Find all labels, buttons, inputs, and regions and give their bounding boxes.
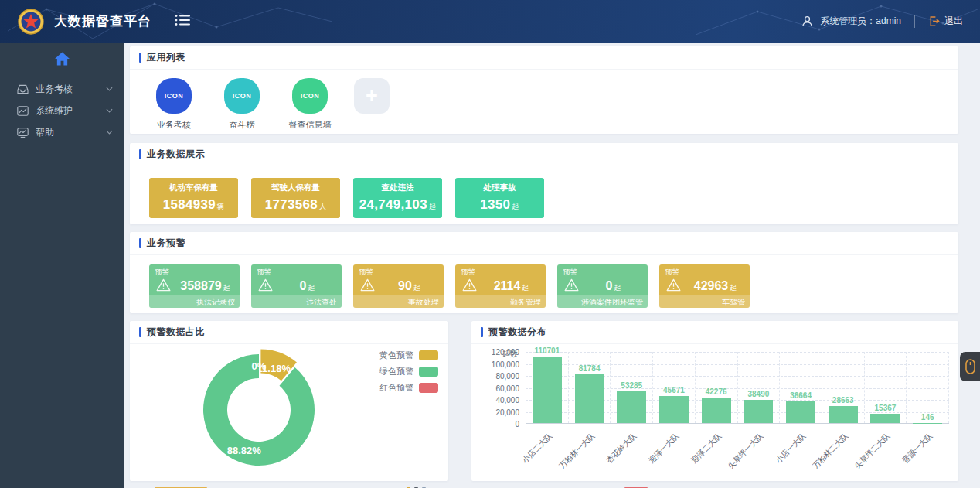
legend-swatch	[419, 383, 438, 393]
app-shortcut[interactable]: ICON业务考核	[150, 78, 198, 131]
stat-card: 处理事故1350起	[455, 178, 544, 218]
bar	[575, 374, 604, 423]
add-app-button[interactable]: +	[354, 78, 390, 114]
section-title: 业务数据展示	[147, 148, 205, 161]
stat-card-title: 查处违法	[353, 183, 442, 193]
warning-category-label: 违法查处	[251, 295, 342, 308]
warning-card: 预警90起事故处理	[353, 264, 444, 308]
business-warning-panel: 业务预警 预警358879起执法记录仪预警0起违法查处预警90起事故处理预警21…	[130, 232, 958, 313]
stat-card-unit: 起	[429, 203, 436, 210]
user-icon	[801, 15, 813, 27]
logout-button[interactable]: 退出	[928, 15, 963, 28]
header-divider	[914, 15, 915, 28]
warning-card-body: 42963起	[659, 277, 750, 295]
scroll-mouse-button[interactable]	[960, 352, 980, 381]
app-list-panel: 应用列表 ICON业务考核ICON奋斗榜ICON督查信息墙+	[130, 46, 958, 134]
warning-card-body: 0起	[251, 277, 342, 295]
warning-triangle-icon	[462, 278, 477, 295]
y-tick-label: 120,000	[475, 348, 519, 357]
warning-card-body: 2114起	[455, 277, 546, 295]
mouse-icon	[965, 359, 975, 374]
warning-distribution-panel: 预警数据分布 起数 120,000100,00080,00060,00040,0…	[471, 321, 958, 481]
section-header: 业务预警	[130, 232, 958, 255]
legend-item[interactable]: 绿色预警	[379, 366, 438, 377]
sidebar-item-system-maintenance[interactable]: 系统维护	[0, 100, 124, 121]
warning-card-body: 358879起	[149, 277, 240, 295]
bar	[702, 398, 731, 423]
section-header: 应用列表	[130, 46, 958, 70]
warning-count: 90起	[375, 279, 444, 293]
warning-count: 2114起	[477, 279, 546, 293]
warning-unit: 起	[522, 284, 529, 292]
bar-column: 28663万柏林二大队	[822, 352, 865, 423]
y-tick-label: 20,000	[475, 408, 519, 417]
sidebar-item-label: 业务考核	[36, 83, 106, 96]
legend-item[interactable]: 红色预警	[379, 382, 438, 394]
section-accent-bar	[139, 149, 141, 159]
warning-category-label: 勤务管理	[455, 295, 546, 308]
y-tick-label: 40,000	[475, 396, 519, 404]
sidebar-item-help[interactable]: 帮助	[0, 121, 124, 143]
warning-unit: 起	[223, 284, 230, 292]
sidebar-item-label: 系统维护	[36, 104, 106, 118]
bar-value-label: 81784	[579, 364, 601, 373]
app-shortcut[interactable]: ICON奋斗榜	[218, 78, 266, 131]
bar-value-label: 110701	[534, 346, 560, 355]
stat-card-unit: 起	[512, 203, 519, 210]
chart-line-icon	[17, 106, 29, 116]
app-icon: ICON	[292, 78, 328, 114]
main-content: 应用列表 ICON业务考核ICON奋斗榜ICON督查信息墙+ 业务数据展示 机动…	[124, 43, 980, 488]
page-title: 大数据督查平台	[54, 12, 151, 30]
bar	[829, 406, 858, 423]
bar-column: 45671迎泽一大队	[653, 352, 696, 423]
bar-value-label: 53285	[621, 381, 642, 390]
stat-card: 驾驶人保有量1773568人	[251, 178, 340, 218]
legend-label: 绿色预警	[379, 366, 413, 377]
bar	[913, 423, 942, 424]
app-icon: ICON	[156, 78, 192, 114]
bar-value-label: 42276	[706, 387, 727, 396]
bar	[659, 396, 689, 423]
y-tick-label: 100,000	[475, 360, 519, 369]
stat-card-value: 1773568人	[251, 197, 340, 213]
warning-triangle-icon	[156, 278, 171, 295]
legend-label: 红色预警	[379, 382, 413, 394]
warning-cards: 预警358879起执法记录仪预警0起违法查处预警90起事故处理预警2114起勤务…	[130, 255, 958, 308]
warning-category-label: 执法记录仪	[149, 295, 240, 308]
warning-unit: 起	[413, 284, 420, 292]
warning-proportion-panel: 预警数据占比 黄色预警绿色预警红色预警 11.18%88.82%0%	[130, 321, 448, 481]
sidebar-nav: 业务考核 系统维护	[0, 78, 124, 143]
home-button[interactable]	[0, 43, 124, 69]
warning-count: 42963起	[681, 279, 750, 293]
bar-column: 146晋源一大队	[907, 352, 949, 423]
bar	[870, 414, 900, 423]
sidebar-item-business-assessment[interactable]: 业务考核	[0, 78, 124, 100]
section-accent-bar	[481, 327, 483, 337]
legend-swatch	[419, 367, 438, 377]
inbox-icon	[17, 84, 29, 94]
warning-card: 预警0起违法查处	[251, 264, 342, 308]
warning-triangle-icon	[564, 278, 579, 295]
app-shortcut[interactable]: ICON督查信息墙	[286, 78, 334, 131]
business-data-panel: 业务数据展示 机动车保有量1584939辆驾驶人保有量1773568人查处违法2…	[130, 143, 958, 224]
donut-slice-label: 0%	[252, 360, 267, 372]
stat-card-value: 1350起	[455, 197, 544, 213]
warning-card-body: 0起	[557, 277, 648, 295]
stat-card-title: 驾驶人保有量	[251, 183, 340, 193]
y-tick-label: 0	[475, 420, 519, 428]
admin-user-label: 系统管理员：admin	[820, 15, 901, 28]
legend-item[interactable]: 黄色预警	[379, 350, 438, 361]
warning-unit: 起	[614, 284, 621, 292]
bar-column: 53285杏花岭大队	[611, 352, 653, 423]
section-accent-bar	[139, 238, 141, 248]
warning-triangle-icon	[258, 278, 273, 295]
warning-card-body: 90起	[353, 277, 444, 295]
menu-toggle-icon[interactable]	[175, 14, 190, 29]
section-accent-bar	[139, 53, 141, 63]
chevron-down-icon	[106, 108, 113, 113]
bar-column: 42276迎泽二大队	[696, 352, 738, 423]
sidebar-item-label: 帮助	[36, 126, 106, 139]
warning-card: 预警42963起车驾管	[659, 264, 750, 308]
app-shortcut-label: 督查信息墙	[286, 119, 334, 131]
section-header: 预警数据占比	[130, 321, 448, 344]
